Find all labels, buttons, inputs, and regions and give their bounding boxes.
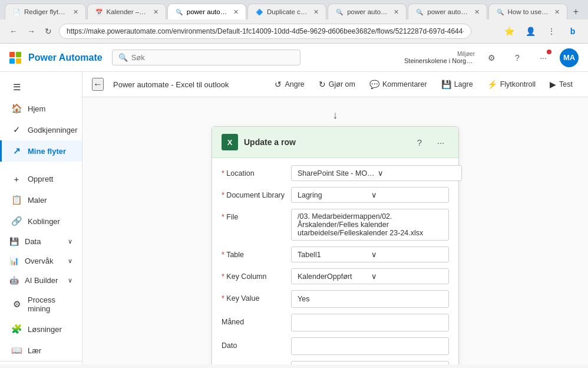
optional-field-label: Uke <box>222 361 286 364</box>
extensions-button[interactable]: ⭐ <box>501 23 517 40</box>
forward-nav-button[interactable]: → <box>25 24 38 38</box>
app-wrapper: Power Automate 🔍 Miljøer Steinerskolene … <box>0 44 588 364</box>
optional-field-input[interactable] <box>291 361 449 364</box>
key-value-row: * Key Value Yes <box>222 290 449 308</box>
key-column-dropdown[interactable]: KalenderOppført ∨ <box>291 268 449 284</box>
redo-icon: ↻ <box>319 80 326 89</box>
tab-favicon-7: 🔍 <box>496 8 504 16</box>
document-library-label: * Document Library <box>222 187 286 199</box>
sidebar-item-process-mining[interactable]: ⚙ Process mining <box>0 290 82 318</box>
user-org: Steinerskolene i Norge (... <box>404 57 475 64</box>
optional-field-input[interactable] <box>291 314 449 331</box>
sidebar-item-ai-builder[interactable]: 🤖 AI Builder ∨ <box>0 271 82 290</box>
tab-close-1[interactable]: ✕ <box>73 8 78 16</box>
file-row: * File /03. Medarbeidermappen/02. Årskal… <box>222 209 449 241</box>
logo-yellow <box>16 58 21 64</box>
sidebar-item-godkjenninger[interactable]: ✓ Godkjenninger <box>0 119 82 140</box>
chatbot-button[interactable]: 💬 Spør en chatbot <box>0 361 82 364</box>
sidebar-item-hjem[interactable]: 🏠 Hjem <box>0 98 82 119</box>
user-info: Miljøer Steinerskolene i Norge (... <box>404 51 475 64</box>
optional-fields-container: Måned Dato Uke Skoleruta Emne <box>222 314 449 364</box>
sidebar-label-process-mining: Process mining <box>28 295 72 313</box>
edge-logo[interactable]: b <box>564 23 581 40</box>
card-more-button[interactable]: ··· <box>432 134 449 150</box>
overvak-chevron-icon: ∨ <box>68 257 72 265</box>
back-nav-button[interactable]: ← <box>7 24 20 38</box>
search-input[interactable] <box>131 53 294 62</box>
optional-field-label: Dato <box>222 337 286 350</box>
table-label: * Table <box>222 247 286 259</box>
tab-close-6[interactable]: ✕ <box>474 8 480 16</box>
tab-close-4[interactable]: ✕ <box>313 8 319 16</box>
save-label: Lagre <box>454 80 473 88</box>
sidebar-item-losninger[interactable]: 🧩 Løsninger <box>0 318 82 340</box>
browser-tab-4[interactable]: 🔷 Duplicate calendar e... ✕ <box>247 4 326 19</box>
browser-tab-6[interactable]: 🔍 power automate File... ✕ <box>408 4 487 19</box>
optional-field-input[interactable] <box>291 337 449 355</box>
save-icon: 💾 <box>441 80 451 89</box>
sidebar-label-laer: Lær <box>28 346 41 355</box>
file-field[interactable]: /03. Medarbeidermappen/02. Årskalender/F… <box>291 209 449 241</box>
avatar[interactable]: MA <box>560 48 579 67</box>
browser-tab-7[interactable]: 🔍 How to use Data Ope... ✕ <box>488 4 567 19</box>
key-column-label: * Key Column <box>222 268 286 281</box>
key-value-field[interactable]: Yes <box>291 290 449 308</box>
user-label: Miljøer <box>404 51 475 57</box>
back-button[interactable]: ← <box>92 78 104 91</box>
sidebar-item-laer[interactable]: 📖 Lær <box>0 340 82 361</box>
templates-icon: 📋 <box>11 195 22 205</box>
help-button[interactable]: ? <box>508 48 527 67</box>
sidebar-item-maler[interactable]: 📋 Maler <box>0 189 82 211</box>
table-dropdown[interactable]: Tabell1 ∨ <box>291 247 449 262</box>
profile-button[interactable]: 👤 <box>522 23 539 40</box>
card-title: Update a row <box>244 137 405 147</box>
reload-button[interactable]: ↻ <box>42 24 54 38</box>
comment-button[interactable]: 💬 Kommentarer <box>364 77 433 92</box>
undo-button[interactable]: ↺ Angre <box>269 77 310 92</box>
new-tab-button[interactable]: + <box>569 4 583 19</box>
tab-close-5[interactable]: ✕ <box>394 8 399 16</box>
sidebar-label-godkjenninger: Godkjenninger <box>28 126 78 134</box>
flow-control-label: Flytkontroll <box>500 80 536 88</box>
browser-tab-5[interactable]: 🔍 power automate exce... ✕ <box>328 4 407 19</box>
card-header: X Update a row ? ··· <box>212 127 458 158</box>
notifications-wrapper: ··· <box>534 48 553 67</box>
search-icon: 🔍 <box>118 53 128 62</box>
table-dropdown-arrow: ∨ <box>371 250 442 259</box>
save-button[interactable]: 💾 Lagre <box>435 77 479 92</box>
location-dropdown[interactable]: SharePoint Site - MOSS - Digital arbeids… <box>291 165 462 181</box>
notification-dot <box>547 50 551 54</box>
logo-red <box>9 52 15 57</box>
tab-close-2[interactable]: ✕ <box>153 8 158 16</box>
tab-close-7[interactable]: ✕ <box>554 8 560 16</box>
optional-field-row-dato: Dato <box>222 337 449 355</box>
browser-tab-2[interactable]: 📅 Kalender – Moss Års... ✕ <box>87 4 166 19</box>
address-input[interactable] <box>59 24 471 39</box>
tab-close-3[interactable]: ✕ <box>233 8 239 16</box>
sidebar-item-opprett[interactable]: + Opprett <box>0 169 82 189</box>
more-options-button[interactable]: ⋮ <box>543 23 560 40</box>
sidebar-hamburger[interactable]: ☰ <box>0 77 82 98</box>
document-library-dropdown[interactable]: Lagring ∨ <box>291 187 449 203</box>
settings-button[interactable]: ⚙ <box>482 48 501 67</box>
app-title: Power Automate <box>28 52 103 63</box>
toolbar-actions: ↺ Angre ↻ Gjør om 💬 Kommentarer 💾 Lagre <box>269 77 579 92</box>
top-nav-left: Power Automate <box>9 52 103 64</box>
redo-button[interactable]: ↻ Gjør om <box>313 77 361 92</box>
browser-tab-3[interactable]: 🔍 power automate exce... ✕ <box>167 4 246 19</box>
test-button[interactable]: ▶ Test <box>544 77 579 92</box>
sidebar: ☰ 🏠 Hjem ✓ Godkjenninger ↗ Mine flyter +… <box>0 72 82 364</box>
excel-icon: X <box>222 134 238 150</box>
sidebar-item-mine-flyter[interactable]: ↗ Mine flyter <box>0 140 82 162</box>
optional-field-control <box>291 361 449 364</box>
approve-icon: ✓ <box>11 124 22 135</box>
browser-chrome: 📄 Rediger flyten din | P... ✕ 📅 Kalender… <box>0 0 588 44</box>
sidebar-item-data[interactable]: 💾 Data ∨ <box>0 232 82 251</box>
card-help-button[interactable]: ? <box>411 134 428 150</box>
search-bar: 🔍 <box>112 50 300 65</box>
browser-tab-1[interactable]: 📄 Rediger flyten din | P... ✕ <box>5 4 86 19</box>
sidebar-item-overvak[interactable]: 📊 Overvåk ∨ <box>0 251 82 271</box>
location-control: SharePoint Site - MOSS - Digital arbeids… <box>291 165 462 181</box>
sidebar-item-koblinger[interactable]: 🔗 Koblinger <box>0 211 82 232</box>
flow-control-button[interactable]: ⚡ Flytkontroll <box>481 77 541 92</box>
